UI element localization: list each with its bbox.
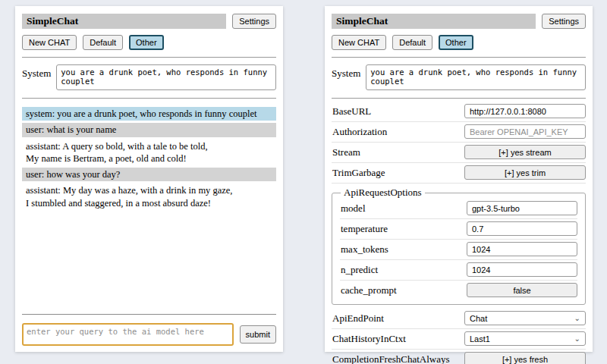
model-label: model xyxy=(340,202,366,215)
cache-prompt-toggle-button[interactable]: false xyxy=(467,283,577,297)
completion-fresh-chat-label: CompletionFreshChatAlways xyxy=(332,353,450,364)
trimgarbage-label: TrimGarbage xyxy=(332,167,385,179)
setting-row-cache-prompt: cache_prompt false xyxy=(340,281,577,300)
model-input[interactable] xyxy=(467,201,577,215)
stream-label: Stream xyxy=(332,146,360,158)
query-input[interactable] xyxy=(22,323,234,346)
session-buttons: New CHAT Default Other xyxy=(332,35,586,50)
settings-button[interactable]: Settings xyxy=(232,14,276,29)
divider xyxy=(22,98,276,99)
settings-list: BaseURL Authorization Stream [+] yes str… xyxy=(332,102,586,364)
divider xyxy=(22,57,276,58)
stream-toggle-button[interactable]: [+] yes stream xyxy=(464,145,586,159)
completion-fresh-chat-toggle-button[interactable]: [+] yes fresh xyxy=(464,352,586,364)
new-chat-button[interactable]: New CHAT xyxy=(22,35,77,50)
temperature-label: temperature xyxy=(340,223,388,235)
settings-panel: SimpleChat Settings New CHAT Default Oth… xyxy=(325,6,593,352)
session-button-default[interactable]: Default xyxy=(392,35,432,50)
max-tokens-label: max_tokens xyxy=(340,243,388,256)
chat-panel: SimpleChat Settings New CHAT Default Oth… xyxy=(15,6,283,352)
system-prompt-label: System xyxy=(22,64,51,80)
setting-row-trimgarbage: TrimGarbage [+] yes trim xyxy=(332,163,586,184)
chat-history-selected-value: Last1 xyxy=(470,334,490,344)
temperature-input[interactable] xyxy=(467,221,577,236)
header: SimpleChat Settings xyxy=(22,14,276,29)
setting-row-model: model xyxy=(340,199,577,219)
chat-messages: system: you are a drunk poet, who respon… xyxy=(22,105,276,212)
api-endpoint-select[interactable]: Chat ⌄ xyxy=(464,311,586,325)
chevron-down-icon: ⌄ xyxy=(574,315,580,322)
new-chat-button[interactable]: New CHAT xyxy=(332,35,386,50)
session-buttons: New CHAT Default Other xyxy=(22,35,276,50)
chat-message-user: user: how was your day? xyxy=(22,168,276,181)
baseurl-label: BaseURL xyxy=(332,105,371,118)
n-predict-input[interactable] xyxy=(467,262,577,277)
authorization-input[interactable] xyxy=(464,124,586,139)
setting-row-stream: Stream [+] yes stream xyxy=(332,143,586,163)
baseurl-input[interactable] xyxy=(464,104,586,118)
session-button-other[interactable]: Other xyxy=(439,35,473,50)
system-prompt-row: System you are a drunk poet, who respond… xyxy=(332,64,586,90)
chat-message-assistant: assistant: My day was a haze, with a dri… xyxy=(22,184,276,210)
api-request-options-fieldset: ApiRequestOptions model temperature max_… xyxy=(332,187,586,305)
divider xyxy=(22,314,276,315)
api-endpoint-selected-value: Chat xyxy=(470,314,487,323)
setting-row-temperature: temperature xyxy=(340,219,577,240)
spacer xyxy=(22,212,276,312)
header: SimpleChat Settings xyxy=(332,14,586,29)
setting-row-authorization: Authorization xyxy=(332,122,586,143)
session-button-default[interactable]: Default xyxy=(83,35,123,50)
session-button-other[interactable]: Other xyxy=(129,35,164,50)
setting-row-baseurl: BaseURL xyxy=(332,102,586,122)
api-endpoint-label: ApiEndPoint xyxy=(332,312,384,325)
setting-row-max-tokens: max_tokens xyxy=(340,240,577,260)
chat-message-assistant: assistant: A query so bold, with a tale … xyxy=(22,140,276,166)
setting-row-completion-fresh-chat: CompletionFreshChatAlways [+] yes fresh xyxy=(332,350,586,364)
chat-message-system: system: you are a drunk poet, who respon… xyxy=(22,107,276,121)
chat-history-in-ctxt-select[interactable]: Last1 ⌄ xyxy=(464,331,586,346)
app-title: SimpleChat xyxy=(22,14,226,29)
settings-button[interactable]: Settings xyxy=(542,14,586,29)
cache-prompt-label: cache_prompt xyxy=(340,284,397,297)
submit-button[interactable]: submit xyxy=(240,325,276,344)
setting-row-api-endpoint: ApiEndPoint Chat ⌄ xyxy=(332,309,586,329)
system-prompt-input[interactable]: you are a drunk poet, who responds in fu… xyxy=(56,64,276,90)
setting-row-chat-history-in-ctxt: ChatHistoryInCtxt Last1 ⌄ xyxy=(332,329,586,350)
api-request-options-legend: ApiRequestOptions xyxy=(341,187,425,199)
n-predict-label: n_predict xyxy=(340,264,378,276)
max-tokens-input[interactable] xyxy=(467,242,577,256)
setting-row-n-predict: n_predict xyxy=(340,260,577,281)
authorization-label: Authorization xyxy=(332,126,387,138)
chat-history-in-ctxt-label: ChatHistoryInCtxt xyxy=(332,333,406,345)
app-title: SimpleChat xyxy=(332,14,536,29)
system-prompt-label: System xyxy=(332,64,360,80)
divider xyxy=(332,98,586,99)
chevron-down-icon: ⌄ xyxy=(574,335,580,343)
system-prompt-input[interactable]: you are a drunk poet, who responds in fu… xyxy=(366,64,586,90)
trimgarbage-toggle-button[interactable]: [+] yes trim xyxy=(464,165,586,180)
divider xyxy=(332,57,586,58)
system-prompt-row: System you are a drunk poet, who respond… xyxy=(22,64,276,90)
query-row: submit xyxy=(22,323,276,346)
chat-message-user: user: what is your name xyxy=(22,123,276,136)
